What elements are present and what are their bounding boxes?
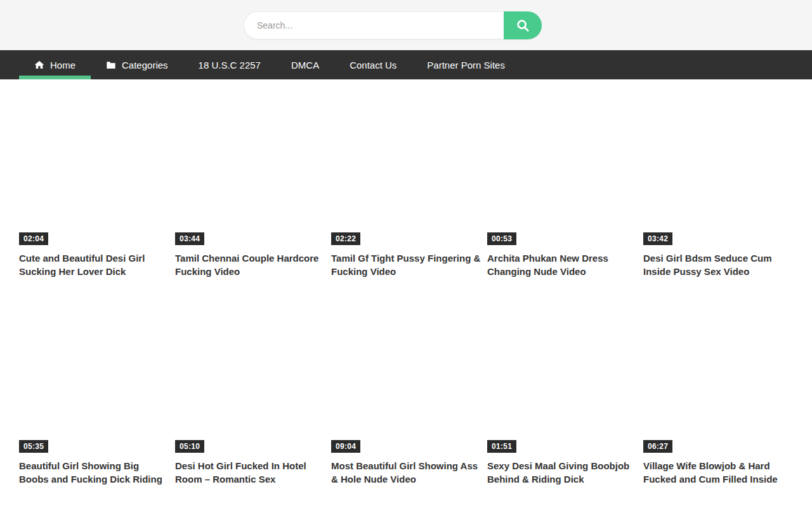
video-card[interactable]: 06:27 Village Wife Blowjob & Hard Fucked… — [643, 297, 793, 486]
video-card[interactable]: 03:44 Tamil Chennai Couple Hardcore Fuck… — [175, 90, 325, 278]
video-title[interactable]: Cute and Beautiful Desi Girl Sucking Her… — [19, 251, 169, 278]
content: 02:04 Cute and Beautiful Desi Girl Sucki… — [19, 79, 793, 486]
video-title[interactable]: Beautiful Girl Showing Big Boobs and Fuc… — [19, 459, 169, 486]
video-title[interactable]: Archita Phukan New Dress Changing Nude V… — [487, 251, 637, 278]
video-grid: 02:04 Cute and Beautiful Desi Girl Sucki… — [19, 90, 793, 486]
video-card[interactable]: 05:10 Desi Hot Girl Fucked In Hotel Room… — [175, 297, 325, 486]
nav-item-2257[interactable]: 18 U.S.C 2257 — [183, 50, 276, 79]
video-title[interactable]: Most Beautiful Girl Showing Ass & Hole N… — [331, 459, 481, 486]
page: Home Categories 18 U.S.C 2257 DMCA Conta… — [0, 0, 812, 508]
nav-item-categories[interactable]: Categories — [91, 50, 183, 79]
search-input[interactable] — [244, 11, 504, 39]
duration-badge: 00:53 — [487, 232, 516, 245]
duration-badge: 06:27 — [643, 440, 672, 453]
duration-badge: 05:10 — [175, 440, 204, 453]
duration-badge: 02:04 — [19, 232, 48, 245]
nav-item-label: Contact Us — [350, 60, 396, 70]
video-card[interactable]: 01:51 Sexy Desi Maal Giving Boobjob Behi… — [487, 297, 637, 486]
video-title[interactable]: Tamil Chennai Couple Hardcore Fucking Vi… — [175, 251, 325, 278]
duration-badge: 03:44 — [175, 232, 204, 245]
search-button[interactable] — [504, 11, 542, 39]
nav-item-label: DMCA — [291, 60, 319, 70]
video-thumbnail[interactable]: 02:04 — [19, 90, 169, 247]
video-card[interactable]: 00:53 Archita Phukan New Dress Changing … — [487, 90, 637, 278]
video-thumbnail[interactable]: 05:10 — [175, 297, 325, 455]
nav-item-partner-sites[interactable]: Partner Porn Sites — [412, 50, 520, 79]
nav-item-label: 18 U.S.C 2257 — [199, 60, 261, 70]
video-thumbnail[interactable]: 02:22 — [331, 90, 481, 247]
video-thumbnail[interactable]: 05:35 — [19, 297, 169, 455]
main-nav: Home Categories 18 U.S.C 2257 DMCA Conta… — [0, 50, 812, 79]
video-thumbnail[interactable]: 06:27 — [643, 297, 793, 455]
nav-item-dmca[interactable]: DMCA — [276, 50, 334, 79]
video-thumbnail[interactable]: 00:53 — [487, 90, 637, 247]
video-thumbnail[interactable]: 09:04 — [331, 297, 481, 455]
header — [0, 0, 812, 50]
video-title[interactable]: Desi Girl Bdsm Seduce Cum Inside Pussy S… — [643, 251, 793, 278]
home-icon — [34, 60, 44, 70]
video-thumbnail[interactable]: 03:42 — [643, 90, 793, 247]
duration-badge: 02:22 — [331, 232, 360, 245]
duration-badge: 09:04 — [331, 440, 360, 453]
video-card[interactable]: 02:22 Tamil Gf Tight Pussy Fingering & F… — [331, 90, 481, 278]
folder-icon — [106, 60, 116, 70]
video-thumbnail[interactable]: 03:44 — [175, 90, 325, 247]
nav-item-label: Categories — [122, 60, 168, 70]
video-card[interactable]: 09:04 Most Beautiful Girl Showing Ass & … — [331, 297, 481, 486]
nav-item-home[interactable]: Home — [19, 50, 91, 79]
duration-badge: 01:51 — [487, 440, 516, 453]
video-title[interactable]: Desi Hot Girl Fucked In Hotel Room – Rom… — [175, 459, 325, 486]
duration-badge: 03:42 — [643, 232, 672, 245]
search-icon — [516, 18, 530, 32]
video-title[interactable]: Tamil Gf Tight Pussy Fingering & Fucking… — [331, 251, 481, 278]
video-card[interactable]: 02:04 Cute and Beautiful Desi Girl Sucki… — [19, 90, 169, 278]
duration-badge: 05:35 — [19, 440, 48, 453]
video-card[interactable]: 05:35 Beautiful Girl Showing Big Boobs a… — [19, 297, 169, 486]
video-thumbnail[interactable]: 01:51 — [487, 297, 637, 455]
search-bar — [244, 11, 542, 39]
video-title[interactable]: Sexy Desi Maal Giving Boobjob Behind & R… — [487, 459, 637, 486]
video-title[interactable]: Village Wife Blowjob & Hard Fucked and C… — [643, 459, 793, 486]
nav-item-label: Home — [50, 60, 75, 70]
video-card[interactable]: 03:42 Desi Girl Bdsm Seduce Cum Inside P… — [643, 90, 793, 278]
nav-item-label: Partner Porn Sites — [427, 60, 505, 70]
nav-item-contact-us[interactable]: Contact Us — [334, 50, 412, 79]
